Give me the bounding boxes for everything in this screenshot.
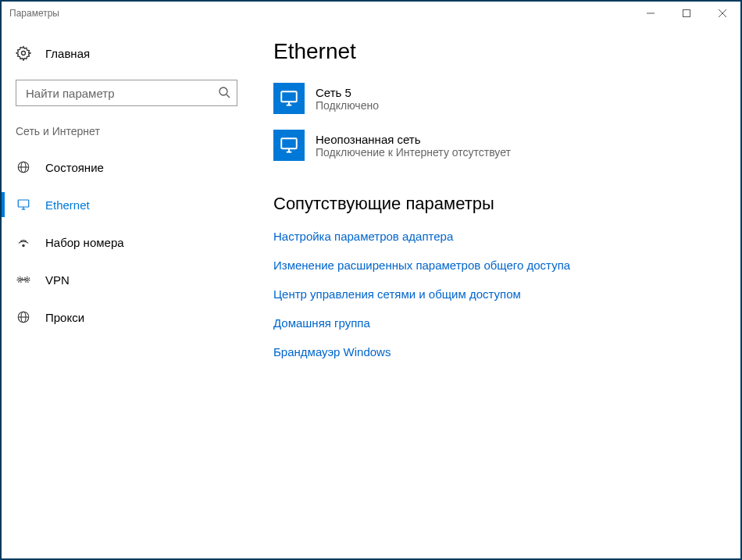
search-input[interactable] [24, 86, 218, 101]
ethernet-icon [16, 198, 31, 212]
globe-icon [16, 160, 31, 174]
network-status: Подключено [316, 99, 379, 112]
page-title: Ethernet [273, 39, 725, 64]
sidebar-item-label: VPN [45, 273, 70, 287]
search-icon [218, 86, 230, 101]
window-title: Параметры [9, 8, 59, 19]
network-name: Неопознанная сеть [316, 133, 511, 146]
sidebar-item-status[interactable]: Состояние [2, 148, 251, 186]
sidebar: Главная Сеть и Интернет Состояние [2, 25, 251, 558]
svg-rect-25 [281, 138, 297, 148]
svg-line-6 [227, 95, 230, 98]
network-icon [273, 130, 305, 161]
sidebar-item-dialup[interactable]: Набор номера [2, 223, 251, 261]
sidebar-item-label: Состояние [45, 161, 104, 174]
search-input-wrapper[interactable] [16, 80, 237, 106]
svg-point-14 [19, 279, 21, 281]
vpn-icon [16, 273, 31, 287]
maximize-icon [683, 9, 690, 17]
network-name: Сеть 5 [316, 86, 379, 99]
network-item[interactable]: Неопознанная сеть Подключение к Интернет… [273, 125, 725, 172]
svg-point-4 [22, 52, 26, 55]
maximize-button[interactable] [669, 2, 705, 25]
related-link-homegroup[interactable]: Домашняя группа [273, 316, 725, 330]
proxy-icon [16, 310, 31, 324]
home-label: Главная [45, 47, 90, 60]
sidebar-item-label: Набор номера [45, 236, 124, 249]
gear-icon [16, 45, 31, 61]
window-controls [633, 2, 740, 25]
minimize-icon [647, 9, 655, 17]
related-link-firewall[interactable]: Брандмауэр Windows [273, 345, 725, 358]
related-link-network-center[interactable]: Центр управления сетями и общим доступом [273, 287, 725, 301]
related-link-adapter[interactable]: Настройка параметров адаптера [273, 230, 725, 243]
dialup-icon [16, 235, 31, 249]
main-panel: Ethernet Сеть 5 Подключено Неопознанная … [251, 25, 740, 558]
sidebar-item-vpn[interactable]: VPN [2, 261, 251, 298]
close-button[interactable] [705, 2, 740, 25]
network-icon [273, 83, 305, 114]
related-section-title: Сопутствующие параметры [273, 194, 725, 214]
close-icon [719, 9, 726, 17]
sidebar-item-ethernet[interactable]: Ethernet [2, 186, 251, 223]
svg-point-13 [23, 244, 24, 246]
svg-point-5 [219, 87, 227, 95]
svg-rect-22 [281, 91, 297, 102]
network-status: Подключение к Интернету отсутствует [316, 146, 511, 159]
title-bar: Параметры [2, 2, 740, 25]
svg-point-15 [26, 279, 28, 281]
category-label: Сеть и Интернет [2, 120, 251, 148]
svg-rect-10 [18, 200, 29, 207]
minimize-button[interactable] [633, 2, 669, 25]
sidebar-item-label: Ethernet [45, 198, 90, 212]
svg-rect-1 [683, 10, 690, 17]
related-link-sharing[interactable]: Изменение расширенных параметров общего … [273, 259, 725, 272]
sidebar-item-label: Прокси [45, 311, 84, 324]
sidebar-item-proxy[interactable]: Прокси [2, 298, 251, 336]
home-button[interactable]: Главная [2, 37, 251, 69]
network-item[interactable]: Сеть 5 Подключено [273, 78, 725, 125]
